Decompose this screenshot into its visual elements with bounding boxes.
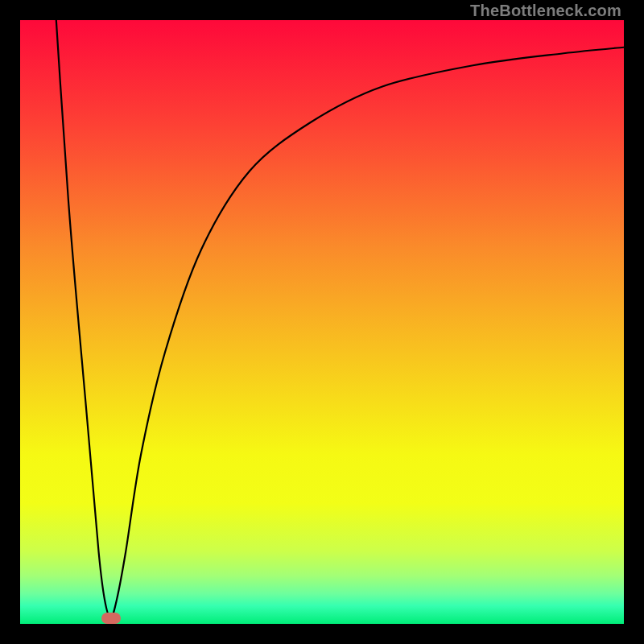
curve-path — [51, 20, 625, 618]
plot-area — [20, 20, 624, 624]
bottleneck-curve — [20, 20, 624, 624]
watermark-text: TheBottleneck.com — [470, 2, 621, 20]
chart-frame: TheBottleneck.com — [0, 0, 644, 644]
optimum-marker — [101, 613, 121, 624]
